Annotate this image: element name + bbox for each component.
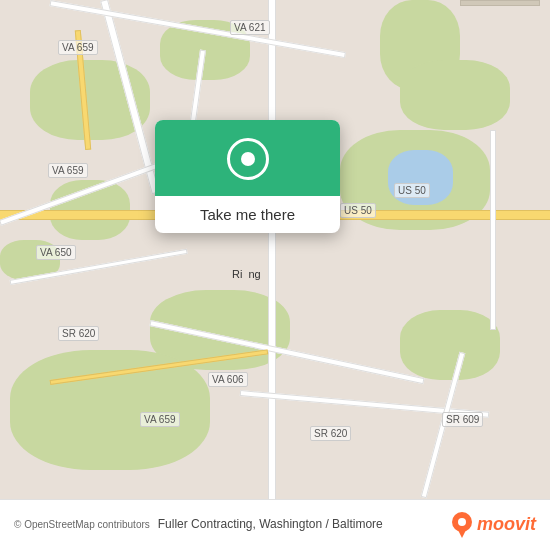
popup-green-area — [155, 120, 340, 196]
road-label-va650: VA 650 — [36, 245, 76, 260]
svg-marker-2 — [458, 530, 466, 538]
road-label-sr609: SR 609 — [442, 412, 483, 427]
road-label-sr620-left: SR 620 — [58, 326, 99, 341]
map-container: VA 659 VA 621 VA 659 VA 650 SR 620 VA 60… — [0, 0, 550, 550]
svg-point-1 — [458, 518, 466, 526]
road-label-va659-bot: VA 659 — [140, 412, 180, 427]
road-top-right — [460, 0, 540, 6]
pin-inner-dot — [241, 152, 255, 166]
osm-credit: © OpenStreetMap contributors — [14, 519, 150, 530]
green-area-8 — [400, 310, 500, 380]
road-right-1 — [490, 130, 496, 330]
take-me-there-button[interactable]: Take me there — [186, 196, 309, 233]
place-name: Ri ng — [232, 268, 261, 280]
company-name: Fuller Contracting, Washington / Baltimo… — [158, 517, 451, 531]
pin-outer-circle — [227, 138, 269, 180]
road-label-sr620-bot: SR 620 — [310, 426, 351, 441]
moovit-pin-icon — [451, 510, 473, 538]
green-area-4 — [400, 60, 510, 130]
road-label-va659-mid: VA 659 — [48, 163, 88, 178]
road-center-vertical — [268, 0, 276, 510]
road-label-us50-mid: US 50 — [340, 203, 376, 218]
road-label-va621: VA 621 — [230, 20, 270, 35]
moovit-logo: moovit — [451, 510, 536, 538]
road-label-va606: VA 606 — [208, 372, 248, 387]
green-area-9 — [10, 350, 210, 470]
road-label-us50-right: US 50 — [394, 183, 430, 198]
bottom-bar: © OpenStreetMap contributors Fuller Cont… — [0, 499, 550, 550]
popup-card: Take me there — [155, 120, 340, 233]
road-label-va659-top: VA 659 — [58, 40, 98, 55]
location-pin-icon — [227, 138, 269, 180]
moovit-text: moovit — [477, 514, 536, 535]
